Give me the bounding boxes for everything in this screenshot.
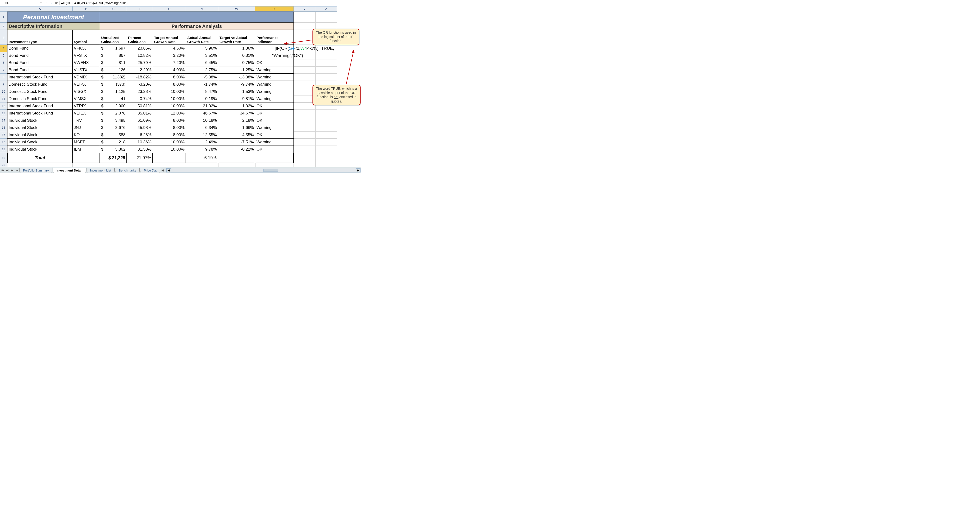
cell[interactable] (315, 139, 337, 146)
cell[interactable] (255, 163, 294, 167)
cell-symbol[interactable]: MSFT (73, 139, 100, 146)
cell-investment-type[interactable]: Bond Fund (7, 45, 73, 52)
cell[interactable] (315, 124, 337, 131)
cell[interactable] (294, 146, 315, 153)
cell-pct[interactable]: -3.20% (127, 81, 153, 88)
cell[interactable] (294, 117, 315, 124)
cell-target[interactable]: 8.00% (153, 117, 186, 124)
cell-indicator[interactable]: OK (255, 131, 294, 139)
row-header[interactable]: 20 (0, 163, 7, 167)
cell-tva[interactable]: 11.02% (218, 102, 255, 110)
cell-actual[interactable]: 0.19% (186, 95, 218, 102)
cell[interactable] (315, 146, 337, 153)
cell-pct[interactable]: 25.79% (127, 59, 153, 66)
cell-pct[interactable]: 50.81% (127, 102, 153, 110)
cell-gain[interactable]: $867 (100, 52, 127, 59)
cell[interactable] (186, 163, 218, 167)
column-header[interactable]: X (255, 6, 294, 11)
cell-pct[interactable]: -18.82% (127, 73, 153, 81)
cell[interactable] (315, 73, 337, 81)
cell-pct[interactable]: 45.98% (127, 124, 153, 131)
cell-pct[interactable]: 35.01% (127, 110, 153, 117)
row-header[interactable]: 11 (0, 95, 7, 102)
cell-pct[interactable]: 61.09% (127, 117, 153, 124)
cell-actual[interactable]: 2.75% (186, 66, 218, 73)
cell-investment-type[interactable]: Individual Stock (7, 131, 73, 139)
cell-tva[interactable]: -1.53% (218, 88, 255, 95)
cell-investment-type[interactable]: International Stock Fund (7, 110, 73, 117)
cell-target[interactable]: 10.00% (153, 146, 186, 153)
row-header[interactable]: 10 (0, 88, 7, 95)
cell-target[interactable]: 8.00% (153, 124, 186, 131)
cell[interactable] (294, 163, 315, 167)
cell-investment-type[interactable]: Bond Fund (7, 59, 73, 66)
cell-gain[interactable]: $2,900 (100, 102, 127, 110)
cell-indicator[interactable]: OK (255, 146, 294, 153)
cell-actual[interactable]: 21.02% (186, 102, 218, 110)
cell-target[interactable]: 10.00% (153, 88, 186, 95)
cell-target[interactable]: 10.00% (153, 139, 186, 146)
column-header[interactable]: W (218, 6, 255, 11)
cancel-formula-button[interactable]: ✕ (45, 1, 48, 5)
cell-actual[interactable]: 6.34% (186, 124, 218, 131)
sheet-tab[interactable]: Portfolio Summary (19, 168, 52, 173)
cell-target[interactable]: 10.00% (153, 102, 186, 110)
cell[interactable] (294, 131, 315, 139)
cell[interactable] (294, 110, 315, 117)
column-header[interactable]: U (153, 6, 186, 11)
cell-indicator[interactable]: Warning (255, 66, 294, 73)
cell-actual[interactable]: -5.38% (186, 73, 218, 81)
cell-actual[interactable]: -1.74% (186, 81, 218, 88)
row-header[interactable]: 2 (0, 22, 7, 30)
tab-nav-next-icon[interactable]: ▶ (10, 168, 14, 172)
cell-tva[interactable]: -9.74% (218, 81, 255, 88)
scroll-right-icon[interactable]: ▶ (356, 168, 360, 172)
cell-indicator[interactable]: Warning (255, 88, 294, 95)
cell[interactable] (294, 81, 315, 88)
name-box[interactable]: OR ▼ (0, 0, 43, 6)
cell-symbol[interactable]: VEIEX (73, 110, 100, 117)
cell[interactable] (218, 163, 255, 167)
cell[interactable] (315, 117, 337, 124)
column-header[interactable]: Z (315, 6, 337, 11)
cell-pct[interactable]: 81.53% (127, 146, 153, 153)
cell-symbol[interactable]: VEIPX (73, 81, 100, 88)
cell-investment-type[interactable]: Bond Fund (7, 66, 73, 73)
cell-symbol[interactable]: KO (73, 131, 100, 139)
cell-tva[interactable]: -1.25% (218, 66, 255, 73)
tab-nav-prev-icon[interactable]: ◀ (5, 168, 10, 172)
cell-pct[interactable]: 6.28% (127, 131, 153, 139)
cell[interactable] (153, 163, 186, 167)
cell[interactable] (7, 163, 73, 167)
row-header[interactable]: 12 (0, 102, 7, 110)
row-header[interactable]: 19 (0, 153, 7, 163)
cell-indicator[interactable]: Warning (255, 95, 294, 102)
cell-tva[interactable]: -0.22% (218, 146, 255, 153)
cell-indicator[interactable]: OK (255, 59, 294, 66)
row-header[interactable]: 1 (0, 11, 7, 22)
cell-symbol[interactable]: IBM (73, 146, 100, 153)
cell-gain[interactable]: $5,362 (100, 146, 127, 153)
row-header[interactable]: 6 (0, 59, 7, 66)
cell[interactable] (294, 30, 315, 45)
cell-symbol[interactable]: VUSTX (73, 66, 100, 73)
cell[interactable] (218, 153, 255, 163)
cell-target[interactable]: 3.20% (153, 52, 186, 59)
cell[interactable] (73, 153, 100, 163)
cell-actual[interactable]: 9.78% (186, 146, 218, 153)
cell-indicator[interactable]: Warning (255, 139, 294, 146)
sheet-tab[interactable]: Investment Detail (53, 168, 86, 173)
select-all-corner[interactable] (0, 6, 7, 11)
row-header[interactable]: 17 (0, 139, 7, 146)
cell[interactable] (315, 66, 337, 73)
cell[interactable] (73, 163, 100, 167)
scroll-thumb[interactable] (263, 169, 278, 172)
cell-investment-type[interactable]: Domestic Stock Fund (7, 81, 73, 88)
cell[interactable] (294, 88, 315, 95)
name-box-dropdown-icon[interactable]: ▼ (40, 2, 42, 4)
cell-pct[interactable]: 10.36% (127, 139, 153, 146)
cell-gain[interactable]: $126 (100, 66, 127, 73)
cell-pct[interactable]: 2.29% (127, 66, 153, 73)
cell[interactable] (315, 131, 337, 139)
cell[interactable] (315, 153, 337, 163)
